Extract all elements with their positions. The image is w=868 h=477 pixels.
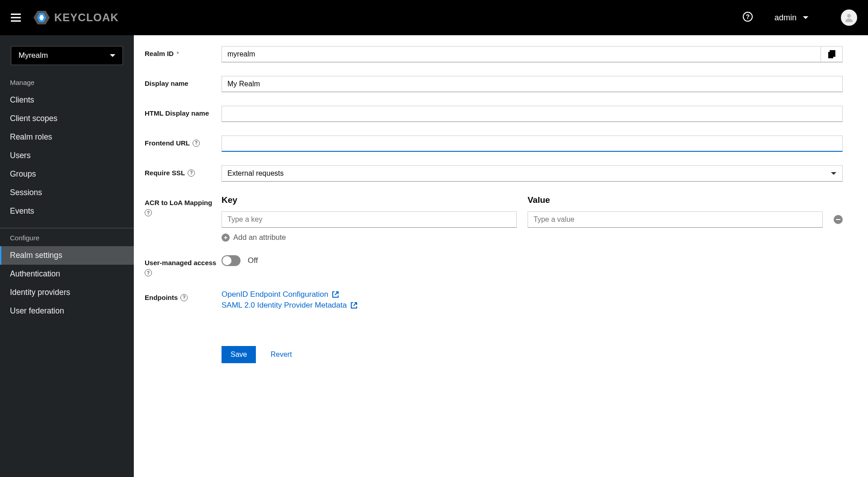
sidebar-section-configure: Configure <box>0 228 134 246</box>
help-button[interactable]: ? <box>743 12 753 23</box>
kv-key-header: Key <box>222 195 517 205</box>
realm-selector-label: Myrealm <box>19 51 48 60</box>
help-icon[interactable]: ? <box>193 140 200 147</box>
sidebar-item-groups[interactable]: Groups <box>0 165 134 183</box>
html-display-name-input[interactable] <box>222 106 843 122</box>
label-frontend-url: Frontend URL ? <box>145 136 222 147</box>
minus-icon <box>836 219 840 220</box>
kv-row <box>222 211 843 228</box>
sidebar-item-authentication[interactable]: Authentication <box>0 265 134 283</box>
sidebar-item-sessions[interactable]: Sessions <box>0 183 134 202</box>
form-row-endpoints: Endpoints ? OpenID Endpoint Configuratio… <box>145 290 843 312</box>
kv-header: Key Value <box>222 195 843 205</box>
avatar[interactable] <box>841 9 857 26</box>
svg-rect-2 <box>11 20 21 22</box>
sidebar-section-manage: Manage <box>0 73 134 91</box>
revert-button[interactable]: Revert <box>270 351 292 359</box>
chevron-down-icon <box>110 54 115 57</box>
label-html-display-name: HTML Display name <box>145 106 222 117</box>
form-row-buttons: Save Revert <box>145 325 843 363</box>
switch-knob <box>222 256 231 265</box>
sidebar-item-users[interactable]: Users <box>0 146 134 165</box>
sidebar: Myrealm Manage Clients Client scopes Rea… <box>0 35 134 477</box>
label-text: Require SSL <box>145 169 185 177</box>
help-icon[interactable]: ? <box>188 169 195 177</box>
saml-endpoint-link[interactable]: SAML 2.0 Identity Provider Metadata <box>222 301 843 310</box>
sidebar-item-realm-settings[interactable]: Realm settings <box>0 246 134 265</box>
label-require-ssl: Require SSL ? <box>145 165 222 177</box>
user-avatar-icon <box>844 12 854 23</box>
label-text: ACR to LoA Mapping <box>145 199 212 206</box>
label-user-managed: User-managed access ? <box>145 255 222 276</box>
svg-line-13 <box>335 292 338 295</box>
require-ssl-select[interactable] <box>222 165 843 182</box>
label-endpoints: Endpoints ? <box>145 290 222 301</box>
form-row-frontend-url: Frontend URL ? <box>145 136 843 152</box>
label-display-name: Display name <box>145 76 222 87</box>
user-managed-switch[interactable] <box>222 255 241 266</box>
form-row-html-display-name: HTML Display name <box>145 106 843 122</box>
svg-rect-12 <box>836 219 840 220</box>
copy-icon <box>828 50 835 58</box>
form-row-user-managed: User-managed access ? Off <box>145 255 843 276</box>
logo-mark-icon <box>33 11 50 24</box>
switch-state-label: Off <box>248 256 258 265</box>
label-realm-id: Realm ID * <box>145 46 222 57</box>
kv-value-header: Value <box>528 195 823 205</box>
label-text: Realm ID <box>145 50 174 57</box>
external-link-icon <box>350 302 358 309</box>
form-row-require-ssl: Require SSL ? <box>145 165 843 182</box>
frontend-url-input[interactable] <box>222 136 843 152</box>
form-row-realm-id: Realm ID * <box>145 46 843 62</box>
add-attribute-label: Add an attribute <box>233 233 286 242</box>
form-row-display-name: Display name <box>145 76 843 92</box>
form-row-acr-mapping: ACR to LoA Mapping ? Key Value + <box>145 195 843 242</box>
help-icon: ? <box>743 12 753 22</box>
help-icon[interactable]: ? <box>145 269 152 276</box>
plus-circle-icon: + <box>222 234 230 242</box>
logo-text: KEYCLOAK <box>54 11 119 24</box>
sidebar-item-clients[interactable]: Clients <box>0 91 134 109</box>
sidebar-item-events[interactable]: Events <box>0 202 134 220</box>
realm-id-input[interactable] <box>222 46 821 62</box>
chevron-down-icon <box>803 16 808 19</box>
svg-rect-1 <box>11 17 21 19</box>
content-area: Realm ID * Display name HTML Display nam… <box>134 35 868 477</box>
label-text: User-managed access <box>145 259 216 267</box>
external-link-icon <box>332 291 339 298</box>
label-acr-mapping: ACR to LoA Mapping ? <box>145 195 222 216</box>
label-text: Frontend URL <box>145 139 190 147</box>
svg-point-8 <box>847 14 851 18</box>
logo[interactable]: KEYCLOAK <box>33 11 119 24</box>
require-ssl-value[interactable] <box>222 165 843 182</box>
realm-selector[interactable]: Myrealm <box>11 46 123 65</box>
sidebar-item-user-federation[interactable]: User federation <box>0 302 134 320</box>
display-name-input[interactable] <box>222 76 843 92</box>
hamburger-icon <box>11 14 21 22</box>
add-attribute-button[interactable]: + Add an attribute <box>222 233 843 242</box>
svg-line-14 <box>354 303 357 306</box>
hamburger-menu-button[interactable] <box>11 14 21 22</box>
top-header: KEYCLOAK ? admin <box>0 0 868 35</box>
svg-rect-0 <box>11 14 21 15</box>
link-text: OpenID Endpoint Configuration <box>222 290 328 299</box>
sidebar-item-realm-roles[interactable]: Realm roles <box>0 128 134 146</box>
help-icon[interactable]: ? <box>145 209 152 216</box>
remove-attribute-button[interactable] <box>834 215 843 224</box>
user-menu[interactable]: admin <box>774 13 808 23</box>
sidebar-item-identity-providers[interactable]: Identity providers <box>0 283 134 302</box>
svg-rect-11 <box>830 50 835 56</box>
copy-realm-id-button[interactable] <box>821 46 843 62</box>
link-text: SAML 2.0 Identity Provider Metadata <box>222 301 347 310</box>
username-label: admin <box>774 13 797 23</box>
acr-value-input[interactable] <box>528 211 823 228</box>
header-right: ? admin <box>743 9 857 26</box>
sidebar-item-client-scopes[interactable]: Client scopes <box>0 109 134 128</box>
acr-key-input[interactable] <box>222 211 517 228</box>
help-icon[interactable]: ? <box>180 294 188 301</box>
svg-text:?: ? <box>746 13 750 20</box>
openid-endpoint-link[interactable]: OpenID Endpoint Configuration <box>222 290 843 299</box>
label-text: Endpoints <box>145 294 178 301</box>
save-button[interactable]: Save <box>222 346 256 363</box>
required-indicator: * <box>176 50 179 57</box>
